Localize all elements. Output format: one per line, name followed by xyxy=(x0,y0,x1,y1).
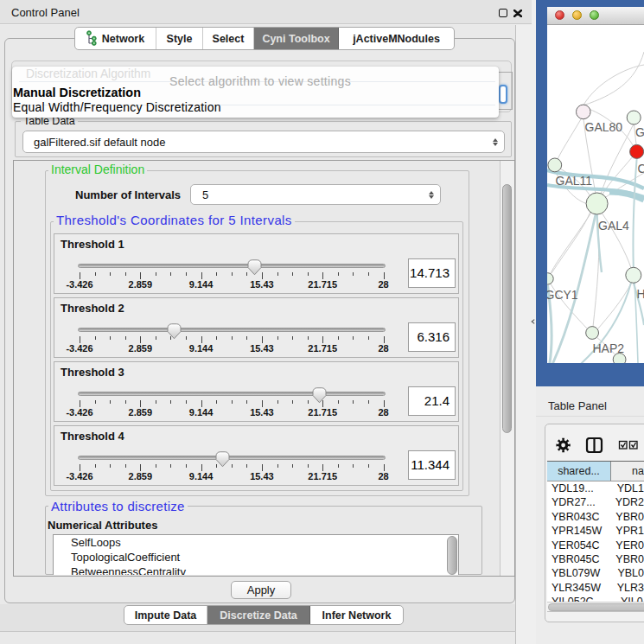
svg-text:GCY1: GCY1 xyxy=(547,288,578,302)
svg-text:GAL4: GAL4 xyxy=(598,219,629,233)
svg-text:GAL80: GAL80 xyxy=(585,120,623,134)
svg-text:HAP2: HAP2 xyxy=(593,341,625,355)
svg-text:GAL11: GAL11 xyxy=(556,174,593,188)
svg-text:C: C xyxy=(638,162,644,175)
svg-text:G.: G. xyxy=(635,125,644,139)
svg-text:H: H xyxy=(637,287,644,301)
